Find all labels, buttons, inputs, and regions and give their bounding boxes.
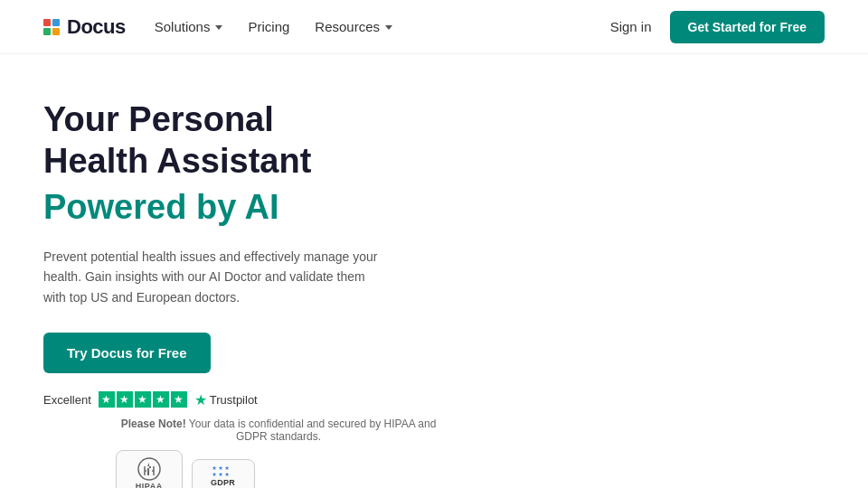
navbar: Docus Solutions Pricing Resources <box>0 0 868 54</box>
chevron-down-icon <box>215 25 222 30</box>
hero-description: Prevent potential health issues and effe… <box>43 247 378 307</box>
nav-left: Docus Solutions Pricing Resources <box>43 15 392 39</box>
trustpilot-widget: Excellent ★ ★ ★ ★ ★ ★ Trustpilot <box>43 391 441 408</box>
hipaa-icon <box>137 456 162 482</box>
nav-item-solutions[interactable]: Solutions <box>155 19 223 34</box>
pricing-link[interactable]: Pricing <box>248 19 289 34</box>
note-text: Your data is confidential and secured by… <box>189 418 437 443</box>
nav-right: Sign in Get Started for Free <box>610 11 825 43</box>
star-4: ★ <box>153 391 169 408</box>
gdpr-stars-icon <box>212 465 234 476</box>
logo[interactable]: Docus <box>43 15 126 39</box>
note-label: Please Note! <box>121 418 186 430</box>
trustpilot-brand: Trustpilot <box>210 393 258 407</box>
nav-menu: Solutions Pricing Resources <box>155 19 392 34</box>
star-5: ★ <box>171 391 187 408</box>
trustpilot-logo: ★ Trustpilot <box>194 391 258 408</box>
hero-content: Your Personal Health Assistant Powered b… <box>43 99 441 488</box>
nav-item-resources[interactable]: Resources <box>315 19 392 34</box>
try-docus-button[interactable]: Try Docus for Free <box>43 333 211 373</box>
gdpr-badge: GDPR <box>192 459 255 488</box>
logo-icon <box>43 19 60 35</box>
compliance-badges: HIPAA COMPLIANT GDPR <box>116 450 441 488</box>
star-1: ★ <box>99 391 115 408</box>
hero-section: Your Personal Health Assistant Powered b… <box>0 54 868 488</box>
star-3: ★ <box>135 391 151 408</box>
hero-title: Your Personal Health Assistant <box>43 99 441 182</box>
hero-subtitle: Powered by AI <box>43 187 441 229</box>
please-note-row: Please Note! Your data is confidential a… <box>116 418 441 443</box>
trustpilot-stars: ★ ★ ★ ★ ★ <box>99 391 187 408</box>
gdpr-label: GDPR <box>211 478 235 487</box>
logo-text: Docus <box>67 15 126 39</box>
hipaa-label: HIPAA <box>136 482 163 488</box>
get-started-button[interactable]: Get Started for Free <box>670 11 825 43</box>
trustpilot-star-icon: ★ <box>194 391 207 408</box>
hipaa-badge: HIPAA COMPLIANT <box>116 450 183 488</box>
solutions-link[interactable]: Solutions <box>155 19 223 34</box>
star-2: ★ <box>117 391 133 408</box>
trustpilot-excellent: Excellent <box>43 393 91 407</box>
resources-link[interactable]: Resources <box>315 19 392 34</box>
chevron-down-icon <box>385 25 392 30</box>
nav-item-pricing[interactable]: Pricing <box>248 19 289 34</box>
signin-link[interactable]: Sign in <box>610 19 652 34</box>
note-area: Please Note! Your data is confidential a… <box>43 418 441 488</box>
